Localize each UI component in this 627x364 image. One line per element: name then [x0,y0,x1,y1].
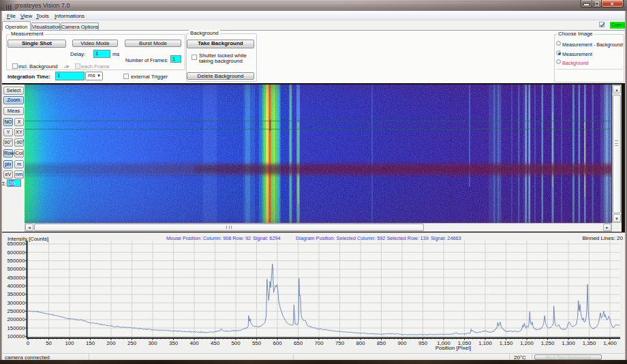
svg-text:1,200: 1,200 [520,340,534,346]
svg-text:600000: 600000 [7,249,25,256]
svg-text:350: 350 [169,340,179,346]
svg-text:350000: 350000 [7,291,25,297]
svg-text:100000: 100000 [7,333,25,339]
svg-text:0: 0 [27,340,30,346]
svg-text:150: 150 [86,340,95,346]
svg-text:500: 500 [231,340,241,346]
svg-text:400000: 400000 [7,283,25,289]
svg-text:200: 200 [106,340,116,346]
svg-text:900: 900 [397,340,407,346]
svg-text:550000: 550000 [7,258,25,264]
svg-text:950: 950 [418,340,428,346]
svg-text:Position [Pixel]: Position [Pixel] [435,345,471,351]
svg-text:250000: 250000 [7,308,25,314]
svg-text:450000: 450000 [7,275,25,281]
svg-text:700: 700 [314,340,324,346]
svg-text:1,150: 1,150 [500,340,513,346]
svg-text:850: 850 [377,340,386,346]
svg-text:150000: 150000 [7,325,25,331]
svg-text:100: 100 [65,340,74,346]
svg-text:1,250: 1,250 [541,340,555,346]
svg-text:650: 650 [294,340,303,346]
svg-text:50: 50 [46,340,52,346]
svg-text:1,100: 1,100 [478,340,492,346]
svg-text:200000: 200000 [7,316,25,322]
svg-text:550: 550 [252,340,262,346]
svg-text:1,300: 1,300 [562,340,575,346]
svg-text:Intensity [Counts]: Intensity [Counts] [7,236,48,242]
svg-text:300: 300 [148,340,157,346]
svg-text:600: 600 [273,340,282,346]
svg-text:500000: 500000 [7,266,25,272]
svg-text:1,400: 1,400 [603,340,617,346]
svg-text:250: 250 [127,340,137,346]
svg-text:800: 800 [356,340,365,346]
svg-text:400: 400 [189,340,199,346]
svg-text:450: 450 [211,340,220,346]
svg-text:300000: 300000 [7,300,25,306]
svg-text:1,350: 1,350 [583,340,596,346]
svg-text:750: 750 [335,340,345,346]
